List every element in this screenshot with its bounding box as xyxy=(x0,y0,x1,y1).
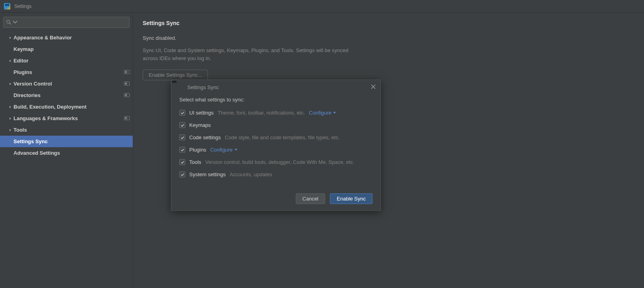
svg-rect-7 xyxy=(125,94,127,96)
dialog-prompt: Select what settings to sync: xyxy=(179,97,372,103)
sync-option-row: Keymaps xyxy=(179,122,372,128)
chevron-right-icon xyxy=(7,59,14,62)
checkbox[interactable] xyxy=(179,159,185,165)
sidebar-item-label: Languages & Frameworks xyxy=(14,115,124,121)
checkbox[interactable] xyxy=(179,110,185,116)
sidebar-item-label: Advanced Settings xyxy=(14,150,130,156)
search-input[interactable] xyxy=(3,17,130,28)
sync-option-row: PluginsConfigure xyxy=(179,147,372,153)
settings-sidebar: Appearance & BehaviorKeymapEditorPlugins… xyxy=(0,13,133,288)
project-badge-icon xyxy=(124,92,130,98)
sidebar-item-label: Tools xyxy=(14,127,130,133)
search-icon xyxy=(6,19,12,25)
sidebar-item-label: Editor xyxy=(14,58,130,64)
project-badge-icon xyxy=(124,115,130,121)
project-badge-icon xyxy=(124,81,130,87)
sidebar-item-label: Plugins xyxy=(14,69,124,75)
svg-point-0 xyxy=(7,20,10,23)
sidebar-item-appearance-behavior[interactable]: Appearance & Behavior xyxy=(0,32,133,43)
chevron-right-icon xyxy=(7,36,14,39)
checkbox[interactable] xyxy=(179,122,185,128)
sidebar-item-languages-frameworks[interactable]: Languages & Frameworks xyxy=(0,113,133,124)
sync-option-row: Code settingsCode style, file and code t… xyxy=(179,134,372,140)
settings-sync-dialog: Settings Sync Select what settings to sy… xyxy=(171,80,381,211)
option-hint: Accounts, updates xyxy=(230,171,272,177)
chevron-right-icon xyxy=(7,128,14,132)
chevron-right-icon xyxy=(7,82,14,86)
configure-link[interactable]: Configure xyxy=(309,110,336,116)
enable-sync-button[interactable]: Enable Sync xyxy=(330,193,372,204)
svg-rect-9 xyxy=(125,117,127,119)
sync-option-row: System settingsAccounts, updates xyxy=(179,171,372,177)
dialog-titlebar: Settings Sync xyxy=(171,80,380,94)
sidebar-item-label: Appearance & Behavior xyxy=(14,35,130,41)
sidebar-item-label: Directories xyxy=(14,92,124,98)
cancel-button[interactable]: Cancel xyxy=(296,193,325,204)
checkbox[interactable] xyxy=(179,134,185,140)
svg-line-1 xyxy=(10,23,11,25)
sidebar-item-settings-sync[interactable]: Settings Sync xyxy=(0,136,133,147)
option-label: Tools xyxy=(189,159,201,165)
sidebar-item-version-control[interactable]: Version Control xyxy=(0,78,133,90)
checkbox[interactable] xyxy=(179,147,185,153)
checkbox[interactable] xyxy=(179,171,185,177)
option-label: Code settings xyxy=(189,134,221,140)
configure-link[interactable]: Configure xyxy=(210,147,238,153)
window-title: Settings xyxy=(14,4,31,9)
chevron-right-icon xyxy=(7,117,14,120)
sidebar-item-label: Keymap xyxy=(14,46,130,52)
sidebar-item-advanced-settings[interactable]: Advanced Settings xyxy=(0,147,133,159)
svg-rect-3 xyxy=(125,71,127,73)
sidebar-item-editor[interactable]: Editor xyxy=(0,55,133,66)
window-titlebar: Settings xyxy=(0,0,644,13)
sidebar-item-keymap[interactable]: Keymap xyxy=(0,43,133,55)
project-badge-icon xyxy=(124,69,130,75)
svg-rect-5 xyxy=(125,83,127,84)
sidebar-item-build-execution-deployment[interactable]: Build, Execution, Deployment xyxy=(0,101,133,113)
sidebar-item-directories[interactable]: Directories xyxy=(0,90,133,101)
option-hint: Version control, build tools, debugger, … xyxy=(205,159,354,165)
close-icon[interactable] xyxy=(371,84,376,90)
sync-option-row: UI settingsTheme, font, toolbar, notific… xyxy=(179,110,372,116)
page-title: Settings Sync xyxy=(143,20,644,26)
sidebar-item-tools[interactable]: Tools xyxy=(0,124,133,136)
chevron-right-icon xyxy=(7,105,14,109)
sidebar-item-label: Settings Sync xyxy=(14,138,130,144)
sync-status: Sync disabled. xyxy=(143,35,644,41)
app-icon xyxy=(4,3,10,10)
option-hint: Code style, file and code templates, fil… xyxy=(225,134,340,140)
sidebar-item-plugins[interactable]: Plugins xyxy=(0,66,133,78)
sync-option-row: ToolsVersion control, build tools, debug… xyxy=(179,159,372,165)
enable-settings-sync-button[interactable]: Enable Settings Sync... xyxy=(143,70,208,80)
option-label: UI settings xyxy=(189,110,213,116)
chevron-down-icon xyxy=(12,19,18,25)
option-label: System settings xyxy=(189,171,226,177)
sidebar-item-label: Version Control xyxy=(14,81,124,87)
sync-description: Sync UI, Code and System settings, Keyma… xyxy=(143,47,349,62)
option-hint: Theme, font, toolbar, notifications, etc… xyxy=(217,110,305,116)
app-icon xyxy=(176,84,183,91)
dialog-title: Settings Sync xyxy=(187,84,371,90)
option-label: Plugins xyxy=(189,147,206,153)
option-label: Keymaps xyxy=(189,122,211,128)
sidebar-item-label: Build, Execution, Deployment xyxy=(14,104,130,110)
